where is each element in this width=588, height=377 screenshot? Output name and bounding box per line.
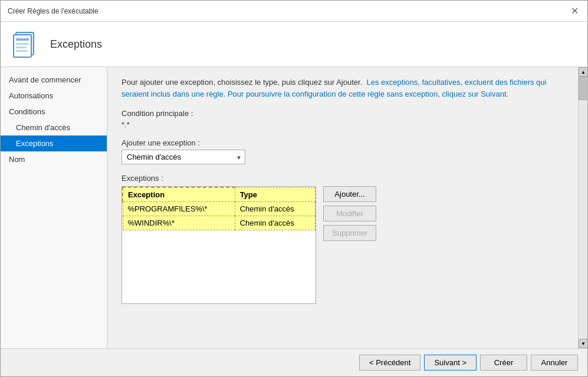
cancel-button[interactable]: Annuler — [531, 355, 578, 371]
sidebar-item-avant[interactable]: Avant de commencer — [1, 72, 107, 88]
sidebar-item-exceptions[interactable]: Exceptions — [1, 135, 107, 151]
description-text: Pour ajouter une exception, choisissez l… — [121, 77, 564, 100]
scrollbar[interactable]: ▲ ▼ — [578, 67, 587, 348]
highlight-text: Les exceptions, facultatives, excluent d… — [121, 78, 546, 98]
table-row[interactable]: %PROGRAMFILES%\* Chemin d'accès — [123, 202, 316, 216]
condition-value: *.* — [121, 120, 564, 129]
exception-type-select[interactable]: Chemin d'accès Hachage Éditeur — [121, 150, 245, 164]
svg-rect-5 — [14, 35, 31, 57]
col-header-exception: Exception — [123, 187, 235, 202]
svg-rect-7 — [16, 43, 29, 45]
exception-type-dropdown-wrapper: Chemin d'accès Hachage Éditeur ▼ — [121, 150, 245, 164]
modify-button[interactable]: Modifier — [323, 206, 376, 221]
previous-button[interactable]: < Précédent — [359, 355, 421, 371]
content-area: Avant de commencer Autorisations Conditi… — [1, 67, 587, 348]
table-row[interactable]: %WINDIR%\* Chemin d'accès — [123, 216, 316, 230]
sidebar-item-chemin[interactable]: Chemin d'accès — [1, 120, 107, 135]
scroll-up-button[interactable]: ▲ — [579, 67, 587, 77]
col-header-type: Type — [235, 187, 315, 202]
delete-button[interactable]: Supprimer — [323, 225, 376, 241]
header-title: Exceptions — [50, 38, 102, 51]
add-exception-section: Ajouter une exception : Chemin d'accès H… — [121, 138, 564, 164]
exception-path-2: %WINDIR%\* — [123, 216, 235, 230]
create-button[interactable]: Créer — [480, 355, 527, 371]
exceptions-label: Exceptions : — [121, 174, 564, 183]
exceptions-area: Exceptions : Exception Type — [121, 174, 564, 304]
exceptions-section: Exception Type %PROGRAMFILES%\* Chemin d… — [121, 186, 564, 304]
exception-type-1: Chemin d'accès — [235, 202, 315, 216]
close-button[interactable]: ✕ — [569, 5, 580, 17]
exceptions-table: Exception Type %PROGRAMFILES%\* Chemin d… — [122, 187, 316, 230]
sidebar: Avant de commencer Autorisations Conditi… — [1, 67, 107, 348]
sidebar-item-nom[interactable]: Nom — [1, 151, 107, 167]
title-bar-text: Créer Règles de l'exécutable — [8, 7, 98, 15]
svg-rect-9 — [16, 50, 28, 52]
exception-path-1: %PROGRAMFILES%\* — [123, 202, 235, 216]
dialog: Créer Règles de l'exécutable ✕ Exception… — [0, 0, 588, 377]
scroll-down-button[interactable]: ▼ — [579, 339, 587, 348]
footer: < Précédent Suivant > Créer Annuler — [1, 348, 587, 376]
add-button[interactable]: Ajouter... — [323, 186, 376, 202]
scroll-thumb[interactable] — [579, 77, 587, 100]
sidebar-item-autorisations[interactable]: Autorisations — [1, 88, 107, 104]
exceptions-buttons: Ajouter... Modifier Supprimer — [323, 186, 376, 241]
scroll-track[interactable] — [579, 77, 587, 339]
table-header-row: Exception Type — [123, 187, 316, 202]
exceptions-table-container: Exception Type %PROGRAMFILES%\* Chemin d… — [121, 186, 316, 304]
exception-type-2: Chemin d'accès — [235, 216, 315, 230]
add-exception-label: Ajouter une exception : — [121, 138, 564, 147]
condition-section: Condition principale : *.* — [121, 109, 564, 129]
next-button[interactable]: Suivant > — [424, 355, 477, 371]
condition-label: Condition principale : — [121, 109, 564, 118]
sidebar-item-conditions[interactable]: Conditions — [1, 104, 107, 120]
svg-rect-6 — [16, 38, 29, 41]
header-icon — [12, 30, 41, 58]
main-content: Pour ajouter une exception, choisissez l… — [107, 67, 578, 348]
svg-rect-8 — [16, 47, 27, 48]
header-area: Exceptions — [1, 22, 587, 67]
title-bar: Créer Règles de l'exécutable ✕ — [1, 1, 587, 22]
